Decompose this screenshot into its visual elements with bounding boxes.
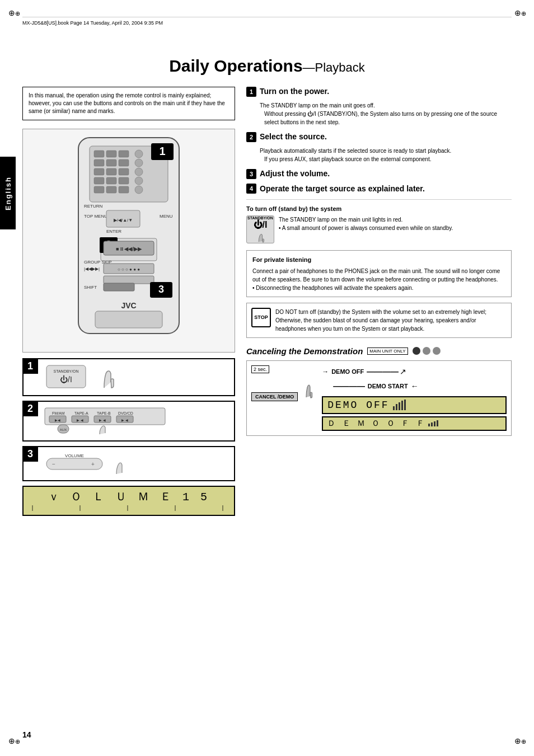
- step-1-bullet-1: Without pressing ⏻/I (STANDBY/ON), the S…: [264, 110, 512, 126]
- svg-rect-19: [106, 186, 116, 193]
- svg-rect-12: [119, 168, 129, 175]
- svg-text:RETURN: RETURN: [84, 204, 103, 209]
- svg-rect-71: [401, 401, 403, 410]
- svg-rect-15: [106, 177, 116, 184]
- svg-text:SHIFT: SHIFT: [84, 285, 97, 290]
- step-3-title: Adjust the volume.: [260, 169, 330, 178]
- svg-rect-6: [94, 159, 104, 166]
- demo-finger-icon: [299, 376, 316, 398]
- svg-text:■ II ◀◀/▶▶: ■ II ◀◀/▶▶: [116, 246, 142, 252]
- demo-diagram-inner: 2 sec. CANCEL /DEMO → DEMO OFF: [251, 365, 507, 431]
- svg-rect-8: [119, 159, 129, 166]
- svg-text:DVD/CD: DVD/CD: [118, 411, 133, 415]
- title-sub: —Playback: [303, 60, 365, 74]
- step-4-heading: 4 Operate the target source as explained…: [246, 184, 512, 194]
- svg-rect-3: [106, 151, 116, 157]
- demo-cancel-button: CANCEL /DEMO: [251, 392, 298, 401]
- step-badge-1: 1: [22, 358, 38, 374]
- step-box-3-content: VOLUME − +: [44, 450, 231, 477]
- right-column: 1 Turn on the power. The STANDBY lamp on…: [246, 87, 512, 519]
- reg-mark-bl: ⊕: [8, 736, 20, 748]
- demo-off-label: DEMO OFF: [331, 368, 364, 375]
- step-box-2: 2 FM/AM ▶◀ TAPE-A ▶ ◀ TAPE-B ▶ ◀ DVD/CD: [22, 401, 235, 442]
- step-box-1-content: STANDBY/ON ⏻/I: [44, 363, 231, 392]
- finger-icon: [90, 363, 124, 391]
- step-box-1: 1 STANDBY/ON ⏻/I: [22, 358, 235, 396]
- notice-text: In this manual, the operation using the …: [29, 92, 225, 114]
- reg-mark-symbol: ⊕: [15, 738, 20, 745]
- title-main: Daily Operations: [169, 57, 302, 75]
- demo-badge: MAIN UNIT ONLY: [367, 348, 407, 355]
- svg-text:FM/AM: FM/AM: [52, 411, 65, 415]
- reg-mark-symbol: ⊕: [521, 738, 526, 745]
- source-buttons-icon: FM/AM ▶◀ TAPE-A ▶ ◀ TAPE-B ▶ ◀ DVD/CD ▶ …: [44, 405, 167, 436]
- step-2-desc-text: Playback automatically starts if the sel…: [260, 147, 512, 155]
- demo-dot-3: [433, 347, 441, 355]
- svg-text:▶/◀/▲/▼: ▶/◀/▲/▼: [114, 218, 133, 223]
- demo-diagram: 2 sec. CANCEL /DEMO → DEMO OFF: [246, 360, 512, 436]
- sidebar-label: English: [4, 176, 12, 210]
- demo-section: Canceling the Demonstration MAIN UNIT ON…: [246, 346, 512, 436]
- standby-button-symbol: ⏻/I: [254, 220, 268, 230]
- svg-rect-2: [94, 151, 104, 157]
- private-listening-box: For private listening Connect a pair of …: [246, 250, 512, 297]
- standby-text: The STANDBY lamp on the main unit lights…: [279, 215, 453, 232]
- demo-arrow-1: →: [322, 368, 329, 375]
- svg-text:○ ○ ○  ● ● ●: ○ ○ ○ ● ● ●: [118, 267, 140, 272]
- demo-title-text: Canceling the Demonstration: [246, 346, 363, 356]
- svg-rect-10: [94, 168, 104, 175]
- page-number: 14: [22, 730, 31, 739]
- demo-off-line: → DEMO OFF ──── ↗: [322, 365, 507, 378]
- demo-start-line-start: ────: [333, 380, 365, 393]
- step-4-number: 4: [246, 184, 256, 194]
- svg-text:ENTER: ENTER: [106, 229, 121, 234]
- step-box-3: 3 VOLUME − +: [22, 446, 235, 481]
- svg-text:|◀◀▶▶|: |◀◀▶▶|: [84, 266, 100, 271]
- svg-text:MENU: MENU: [160, 214, 173, 219]
- main-content: In this manual, the operation using the …: [22, 87, 512, 519]
- step-box-2-content: FM/AM ▶◀ TAPE-A ▶ ◀ TAPE-B ▶ ◀ DVD/CD ▶ …: [44, 405, 231, 437]
- svg-text:+: +: [91, 461, 95, 467]
- svg-point-13: [135, 168, 143, 176]
- svg-text:JVC: JVC: [121, 301, 136, 310]
- file-info: MX-JD5&8[US].book Page 14 Tuesday, April…: [22, 17, 512, 26]
- demo-title: Canceling the Demonstration MAIN UNIT ON…: [246, 346, 512, 356]
- svg-point-9: [135, 159, 143, 167]
- section-divider-1: [246, 199, 512, 200]
- svg-text:AUX: AUX: [60, 428, 67, 431]
- standby-finger-icon: [252, 230, 269, 243]
- svg-text:3: 3: [158, 284, 164, 295]
- demo-start-label: DEMO START: [368, 383, 408, 389]
- sidebar-tab: English: [0, 157, 16, 229]
- standby-section: To turn off (stand by) the system STANDB…: [246, 205, 512, 243]
- demo-dot-1: [413, 347, 420, 355]
- demo-display-small: Ｄ Ｅ Ｍ Ｏ Ｏ Ｆ Ｆ: [322, 416, 507, 431]
- reg-mark-br: ⊕: [514, 736, 526, 748]
- svg-text:TAPE-A: TAPE-A: [74, 411, 88, 415]
- step-2-heading: 2 Select the source.: [246, 132, 512, 142]
- step-1-number: 1: [246, 87, 256, 97]
- demo-off-line-end: ────: [367, 365, 399, 378]
- step-badge-3: 3: [22, 446, 38, 462]
- svg-text:▶ ◀: ▶ ◀: [99, 419, 106, 422]
- demo-dots: [413, 347, 441, 355]
- file-info-text: MX-JD5&8[US].book Page 14 Tuesday, April…: [22, 20, 163, 26]
- svg-rect-72: [404, 400, 406, 410]
- standby-button: STANDBY/ON ⏻/I: [246, 215, 274, 243]
- warning-box: STOP DO NOT turn off (standby) the Syste…: [246, 303, 512, 338]
- standby-text-1: The STANDBY lamp on the main unit lights…: [279, 215, 453, 224]
- svg-text:▶ ◀: ▶ ◀: [121, 419, 128, 422]
- svg-rect-70: [399, 402, 400, 410]
- svg-rect-14: [94, 177, 104, 184]
- left-column: In this manual, the operation using the …: [22, 87, 235, 519]
- svg-rect-39: [104, 276, 154, 284]
- svg-point-17: [135, 177, 143, 185]
- step-2-number: 2: [246, 132, 256, 142]
- display-bars-icon: [392, 400, 406, 411]
- svg-point-21: [135, 186, 143, 194]
- svg-rect-41: [104, 283, 134, 291]
- svg-rect-7: [106, 159, 116, 166]
- reg-mark-symbol: ⊕: [15, 10, 20, 17]
- svg-text:VOLUME: VOLUME: [65, 453, 84, 458]
- svg-point-5: [135, 150, 143, 158]
